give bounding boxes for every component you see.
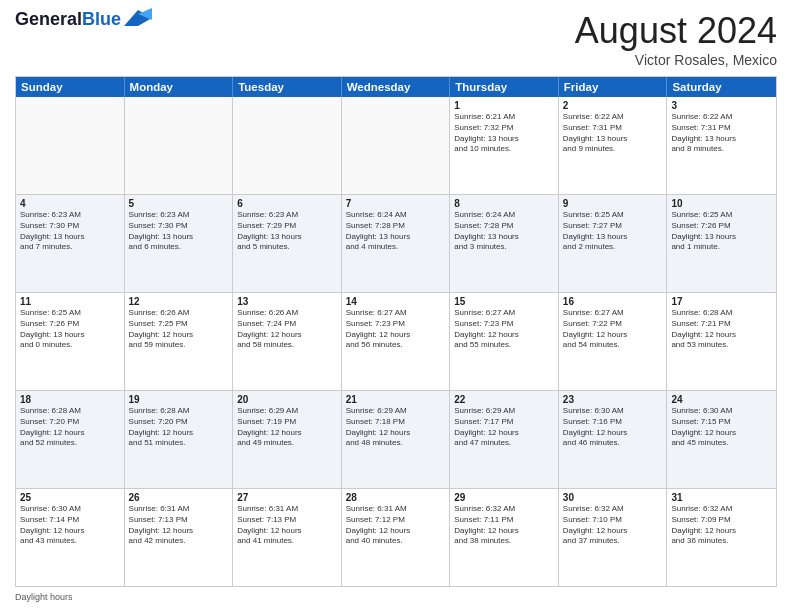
cal-cell: 29Sunrise: 6:32 AMSunset: 7:11 PMDayligh… (450, 489, 559, 586)
cal-cell: 1Sunrise: 6:21 AMSunset: 7:32 PMDaylight… (450, 97, 559, 194)
day-number: 21 (346, 394, 446, 405)
cal-cell: 6Sunrise: 6:23 AMSunset: 7:29 PMDaylight… (233, 195, 342, 292)
cal-cell: 8Sunrise: 6:24 AMSunset: 7:28 PMDaylight… (450, 195, 559, 292)
day-number: 3 (671, 100, 772, 111)
cal-cell: 30Sunrise: 6:32 AMSunset: 7:10 PMDayligh… (559, 489, 668, 586)
cal-cell: 16Sunrise: 6:27 AMSunset: 7:22 PMDayligh… (559, 293, 668, 390)
header-saturday: Saturday (667, 77, 776, 97)
cal-cell: 13Sunrise: 6:26 AMSunset: 7:24 PMDayligh… (233, 293, 342, 390)
day-number: 27 (237, 492, 337, 503)
header-sunday: Sunday (16, 77, 125, 97)
day-info: Sunrise: 6:28 AMSunset: 7:21 PMDaylight:… (671, 308, 772, 351)
cal-cell (125, 97, 234, 194)
day-info: Sunrise: 6:24 AMSunset: 7:28 PMDaylight:… (346, 210, 446, 253)
cal-cell: 28Sunrise: 6:31 AMSunset: 7:12 PMDayligh… (342, 489, 451, 586)
cal-cell: 18Sunrise: 6:28 AMSunset: 7:20 PMDayligh… (16, 391, 125, 488)
main-title: August 2024 (575, 10, 777, 52)
day-info: Sunrise: 6:21 AMSunset: 7:32 PMDaylight:… (454, 112, 554, 155)
page: GeneralBlue August 2024 Victor Rosales, … (0, 0, 792, 612)
week-row-2: 4Sunrise: 6:23 AMSunset: 7:30 PMDaylight… (16, 195, 776, 293)
calendar-header: SundayMondayTuesdayWednesdayThursdayFrid… (16, 77, 776, 97)
day-number: 23 (563, 394, 663, 405)
day-number: 12 (129, 296, 229, 307)
cal-cell (16, 97, 125, 194)
day-info: Sunrise: 6:29 AMSunset: 7:18 PMDaylight:… (346, 406, 446, 449)
day-info: Sunrise: 6:29 AMSunset: 7:19 PMDaylight:… (237, 406, 337, 449)
day-info: Sunrise: 6:22 AMSunset: 7:31 PMDaylight:… (671, 112, 772, 155)
day-number: 6 (237, 198, 337, 209)
subtitle: Victor Rosales, Mexico (575, 52, 777, 68)
day-info: Sunrise: 6:24 AMSunset: 7:28 PMDaylight:… (454, 210, 554, 253)
day-number: 24 (671, 394, 772, 405)
day-info: Sunrise: 6:25 AMSunset: 7:26 PMDaylight:… (20, 308, 120, 351)
cal-cell: 14Sunrise: 6:27 AMSunset: 7:23 PMDayligh… (342, 293, 451, 390)
header-friday: Friday (559, 77, 668, 97)
cal-cell: 12Sunrise: 6:26 AMSunset: 7:25 PMDayligh… (125, 293, 234, 390)
day-info: Sunrise: 6:32 AMSunset: 7:09 PMDaylight:… (671, 504, 772, 547)
day-info: Sunrise: 6:27 AMSunset: 7:23 PMDaylight:… (346, 308, 446, 351)
day-number: 7 (346, 198, 446, 209)
cal-cell: 26Sunrise: 6:31 AMSunset: 7:13 PMDayligh… (125, 489, 234, 586)
day-number: 4 (20, 198, 120, 209)
day-number: 19 (129, 394, 229, 405)
day-number: 17 (671, 296, 772, 307)
week-row-5: 25Sunrise: 6:30 AMSunset: 7:14 PMDayligh… (16, 489, 776, 586)
daylight-label: Daylight hours (15, 592, 73, 602)
day-number: 30 (563, 492, 663, 503)
day-info: Sunrise: 6:23 AMSunset: 7:30 PMDaylight:… (129, 210, 229, 253)
week-row-4: 18Sunrise: 6:28 AMSunset: 7:20 PMDayligh… (16, 391, 776, 489)
cal-cell: 24Sunrise: 6:30 AMSunset: 7:15 PMDayligh… (667, 391, 776, 488)
cal-cell: 17Sunrise: 6:28 AMSunset: 7:21 PMDayligh… (667, 293, 776, 390)
cal-cell: 2Sunrise: 6:22 AMSunset: 7:31 PMDaylight… (559, 97, 668, 194)
cal-cell (342, 97, 451, 194)
calendar-body: 1Sunrise: 6:21 AMSunset: 7:32 PMDaylight… (16, 97, 776, 586)
day-info: Sunrise: 6:25 AMSunset: 7:27 PMDaylight:… (563, 210, 663, 253)
day-info: Sunrise: 6:26 AMSunset: 7:25 PMDaylight:… (129, 308, 229, 351)
day-info: Sunrise: 6:27 AMSunset: 7:22 PMDaylight:… (563, 308, 663, 351)
day-info: Sunrise: 6:29 AMSunset: 7:17 PMDaylight:… (454, 406, 554, 449)
day-number: 1 (454, 100, 554, 111)
footer: Daylight hours (15, 592, 777, 602)
day-info: Sunrise: 6:26 AMSunset: 7:24 PMDaylight:… (237, 308, 337, 351)
cal-cell: 15Sunrise: 6:27 AMSunset: 7:23 PMDayligh… (450, 293, 559, 390)
header-wednesday: Wednesday (342, 77, 451, 97)
cal-cell: 9Sunrise: 6:25 AMSunset: 7:27 PMDaylight… (559, 195, 668, 292)
day-info: Sunrise: 6:30 AMSunset: 7:16 PMDaylight:… (563, 406, 663, 449)
day-number: 11 (20, 296, 120, 307)
day-number: 29 (454, 492, 554, 503)
week-row-1: 1Sunrise: 6:21 AMSunset: 7:32 PMDaylight… (16, 97, 776, 195)
day-number: 20 (237, 394, 337, 405)
day-info: Sunrise: 6:32 AMSunset: 7:11 PMDaylight:… (454, 504, 554, 547)
calendar: SundayMondayTuesdayWednesdayThursdayFrid… (15, 76, 777, 587)
day-number: 2 (563, 100, 663, 111)
header-monday: Monday (125, 77, 234, 97)
cal-cell: 27Sunrise: 6:31 AMSunset: 7:13 PMDayligh… (233, 489, 342, 586)
day-number: 13 (237, 296, 337, 307)
day-info: Sunrise: 6:28 AMSunset: 7:20 PMDaylight:… (129, 406, 229, 449)
day-number: 15 (454, 296, 554, 307)
day-info: Sunrise: 6:31 AMSunset: 7:12 PMDaylight:… (346, 504, 446, 547)
cal-cell (233, 97, 342, 194)
day-number: 10 (671, 198, 772, 209)
cal-cell: 19Sunrise: 6:28 AMSunset: 7:20 PMDayligh… (125, 391, 234, 488)
cal-cell: 31Sunrise: 6:32 AMSunset: 7:09 PMDayligh… (667, 489, 776, 586)
cal-cell: 4Sunrise: 6:23 AMSunset: 7:30 PMDaylight… (16, 195, 125, 292)
day-number: 26 (129, 492, 229, 503)
day-number: 31 (671, 492, 772, 503)
day-number: 16 (563, 296, 663, 307)
daylight-legend: Daylight hours (15, 592, 73, 602)
day-info: Sunrise: 6:31 AMSunset: 7:13 PMDaylight:… (237, 504, 337, 547)
day-info: Sunrise: 6:22 AMSunset: 7:31 PMDaylight:… (563, 112, 663, 155)
day-info: Sunrise: 6:28 AMSunset: 7:20 PMDaylight:… (20, 406, 120, 449)
cal-cell: 25Sunrise: 6:30 AMSunset: 7:14 PMDayligh… (16, 489, 125, 586)
cal-cell: 5Sunrise: 6:23 AMSunset: 7:30 PMDaylight… (125, 195, 234, 292)
cal-cell: 21Sunrise: 6:29 AMSunset: 7:18 PMDayligh… (342, 391, 451, 488)
cal-cell: 20Sunrise: 6:29 AMSunset: 7:19 PMDayligh… (233, 391, 342, 488)
cal-cell: 22Sunrise: 6:29 AMSunset: 7:17 PMDayligh… (450, 391, 559, 488)
day-info: Sunrise: 6:30 AMSunset: 7:14 PMDaylight:… (20, 504, 120, 547)
day-number: 5 (129, 198, 229, 209)
day-number: 9 (563, 198, 663, 209)
logo-icon (124, 8, 152, 28)
header-tuesday: Tuesday (233, 77, 342, 97)
logo: GeneralBlue (15, 10, 152, 30)
